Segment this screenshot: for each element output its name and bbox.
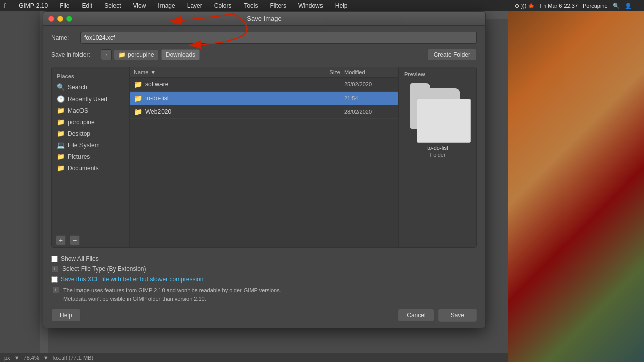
file-list-panel: Name ▼ Size Modified 📁 software 25/02/20… bbox=[130, 67, 398, 247]
username: Porcupine bbox=[583, 3, 608, 9]
menu-view[interactable]: View bbox=[131, 1, 148, 10]
select-file-type-label: Select File Type (By Extension) bbox=[62, 265, 146, 273]
file-name-web2020: 📁 Web2020 bbox=[134, 108, 314, 116]
traffic-lights bbox=[48, 16, 72, 22]
right-buttons: Cancel Save bbox=[398, 309, 477, 322]
close-button[interactable] bbox=[48, 16, 54, 22]
create-folder-button[interactable]: Create Folder bbox=[427, 49, 477, 61]
places-item-documents[interactable]: 📁 Documents bbox=[52, 162, 129, 174]
column-name[interactable]: Name ▼ bbox=[134, 69, 314, 75]
column-size[interactable]: Size bbox=[314, 69, 344, 75]
search-icon[interactable]: 🔍 bbox=[613, 3, 620, 9]
add-place-button[interactable]: + bbox=[56, 235, 66, 245]
options-area: Show All Files + Select File Type (By Ex… bbox=[51, 254, 477, 305]
file-modified-software: 25/02/2020 bbox=[344, 81, 394, 87]
places-item-pictures[interactable]: 📁 Pictures bbox=[52, 151, 129, 162]
search-icon: 🔍 bbox=[57, 83, 65, 91]
places-item-search[interactable]: 🔍 Search bbox=[52, 81, 129, 93]
menu-file[interactable]: File bbox=[58, 1, 71, 10]
menu-edit[interactable]: Edit bbox=[80, 1, 95, 10]
clock-icon: 🕐 bbox=[57, 95, 65, 103]
places-item-filesystem[interactable]: 💻 File System bbox=[52, 139, 129, 151]
preview-panel: Preview to-do-list Folder bbox=[398, 67, 476, 247]
apple-menu[interactable]:  bbox=[4, 2, 7, 10]
places-label-macos: MacOS bbox=[68, 107, 88, 114]
select-file-type-row: + Select File Type (By Extension) bbox=[51, 264, 477, 274]
menu-icon[interactable]: ≡ bbox=[637, 3, 640, 9]
file-label-todolist: to-do-list bbox=[145, 95, 169, 102]
preview-folder-tab bbox=[410, 83, 430, 90]
show-all-files-row: Show All Files bbox=[51, 254, 477, 264]
folder-icon: 📁 bbox=[118, 51, 126, 58]
menubar:  GIMP-2.10 File Edit Select View Image … bbox=[0, 0, 644, 11]
menu-tools[interactable]: Tools bbox=[242, 1, 260, 10]
folder-icon: 📁 bbox=[134, 80, 142, 88]
places-item-porcupine[interactable]: 📁 porcupine bbox=[52, 116, 129, 128]
dialog-body: Name: Save in folder: ‹ 📁 porcupine Down… bbox=[43, 26, 485, 328]
system-icons: ⊕ ))) 🍁 bbox=[515, 3, 535, 9]
file-name-todolist: 📁 to-do-list bbox=[134, 94, 314, 102]
places-header: Places bbox=[52, 69, 129, 81]
info-expand-button[interactable]: + bbox=[52, 286, 59, 293]
unit-selector[interactable]: px bbox=[4, 355, 10, 361]
save-compression-label: Save this XCF file with better but slowe… bbox=[61, 276, 203, 283]
places-item-recent[interactable]: 🕐 Recently Used bbox=[52, 93, 129, 105]
file-row-web2020[interactable]: 📁 Web2020 28/02/2020 bbox=[130, 105, 398, 119]
folder-icon: 📁 bbox=[57, 153, 65, 160]
menu-windows[interactable]: Windows bbox=[296, 1, 325, 10]
places-item-macos[interactable]: 📁 MacOS bbox=[52, 105, 129, 116]
column-modified[interactable]: Modified bbox=[344, 69, 394, 75]
unit-dropdown-icon[interactable]: ▼ bbox=[14, 355, 20, 361]
menubar-right: ⊕ ))) 🍁 Fri Mar 6 22:37 Porcupine 🔍 👤 ≡ bbox=[515, 3, 640, 9]
show-all-files-checkbox[interactable] bbox=[51, 256, 58, 262]
file-row-software[interactable]: 📁 software 25/02/2020 bbox=[130, 78, 398, 92]
menu-image[interactable]: Image bbox=[156, 1, 177, 10]
canvas-image bbox=[508, 11, 644, 362]
cancel-button[interactable]: Cancel bbox=[398, 309, 434, 322]
zoom-dropdown-icon[interactable]: ▼ bbox=[43, 355, 49, 361]
expand-select-type-button[interactable]: + bbox=[51, 265, 58, 273]
menu-filters[interactable]: Filters bbox=[268, 1, 288, 10]
maximize-button[interactable] bbox=[66, 16, 72, 22]
preview-type: Folder bbox=[430, 152, 445, 158]
filename-input[interactable] bbox=[80, 32, 477, 44]
file-name-software: 📁 software bbox=[134, 80, 314, 88]
zoom-level[interactable]: 78.4% bbox=[24, 355, 39, 361]
file-modified-web2020: 28/02/2020 bbox=[344, 109, 394, 115]
places-item-desktop[interactable]: 📁 Desktop bbox=[52, 128, 129, 139]
places-panel-wrapper: Places 🔍 Search 🕐 Recently Used 📁 MacOS bbox=[52, 67, 130, 247]
info-row: + The image uses features from GIMP 2.10… bbox=[52, 284, 477, 305]
preview-header: Preview bbox=[399, 67, 430, 79]
back-button[interactable]: ‹ bbox=[101, 49, 112, 60]
breadcrumb-porcupine[interactable]: 📁 porcupine bbox=[114, 49, 159, 60]
help-button[interactable]: Help bbox=[51, 309, 81, 322]
places-label-desktop: Desktop bbox=[68, 130, 90, 137]
breadcrumb-nav: ‹ 📁 porcupine Downloads bbox=[101, 49, 423, 60]
menu-colors[interactable]: Colors bbox=[212, 1, 234, 10]
places-label-porcupine: porcupine bbox=[68, 119, 95, 126]
places-label-search: Search bbox=[68, 84, 87, 91]
menu-layer[interactable]: Layer bbox=[185, 1, 204, 10]
folder-icon: 📁 bbox=[57, 118, 65, 126]
save-compression-checkbox[interactable] bbox=[51, 276, 58, 283]
file-row-todolist[interactable]: 📁 to-do-list 21:54 bbox=[130, 92, 398, 105]
sort-icon: ▼ bbox=[150, 69, 156, 75]
menu-select[interactable]: Select bbox=[102, 1, 123, 10]
menu-help[interactable]: Help bbox=[333, 1, 350, 10]
dialog-titlebar: Save Image bbox=[43, 12, 485, 26]
remove-place-button[interactable]: − bbox=[70, 235, 80, 245]
folder-label: Save in folder: bbox=[51, 51, 97, 58]
menu-gimp[interactable]: GIMP-2.10 bbox=[17, 1, 50, 10]
places-label-documents: Documents bbox=[68, 165, 99, 172]
folder-icon: 📁 bbox=[57, 164, 65, 172]
folder-icon: 📁 bbox=[57, 107, 65, 114]
places-label-recent: Recently Used bbox=[68, 96, 107, 103]
minimize-button[interactable] bbox=[57, 16, 63, 22]
breadcrumb-downloads[interactable]: Downloads bbox=[161, 49, 200, 60]
save-image-dialog: Save Image Name: Save in folder: ‹ 📁 por… bbox=[43, 11, 486, 328]
preview-folder-front bbox=[417, 99, 471, 143]
info-text: The image uses features from GIMP 2.10 a… bbox=[63, 286, 281, 303]
folder-row: Save in folder: ‹ 📁 porcupine Downloads … bbox=[51, 49, 477, 61]
file-label-web2020: Web2020 bbox=[145, 108, 171, 115]
save-button[interactable]: Save bbox=[438, 309, 477, 322]
